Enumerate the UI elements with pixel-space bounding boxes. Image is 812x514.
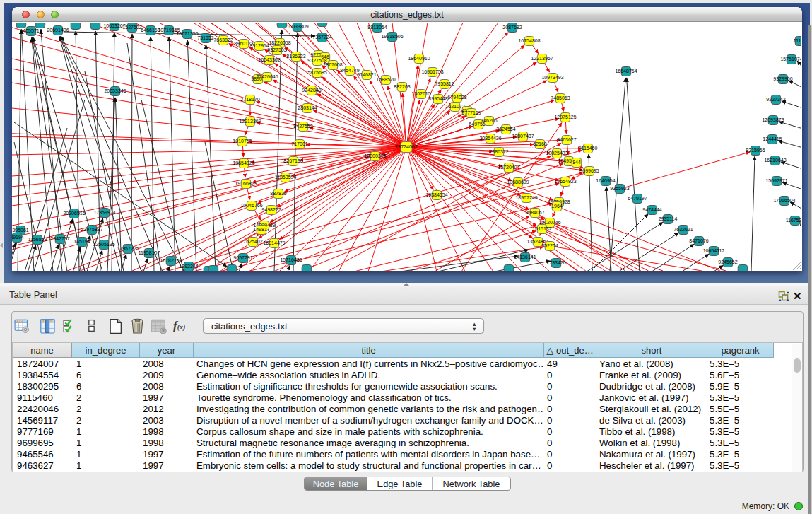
svg-text:9242848: 9242848 <box>302 88 321 93</box>
svg-text:19384554: 19384554 <box>425 192 447 197</box>
svg-text:19218506: 19218506 <box>381 34 403 39</box>
svg-text:9227342: 9227342 <box>766 97 785 102</box>
svg-text:751552: 751552 <box>197 35 213 40</box>
svg-text:2935114: 2935114 <box>659 216 678 221</box>
svg-text:12975125: 12975125 <box>554 115 576 119</box>
svg-text:8471676: 8471676 <box>689 238 708 243</box>
svg-text:10688609: 10688609 <box>507 180 529 185</box>
svg-text:19654923: 19654923 <box>554 179 576 184</box>
svg-text:7357224: 7357224 <box>312 35 331 40</box>
svg-text:15692971: 15692971 <box>765 178 787 183</box>
svg-text:18300295: 18300295 <box>364 153 386 158</box>
svg-text:7485063: 7485063 <box>551 95 570 100</box>
svg-text:9327503: 9327503 <box>267 47 286 52</box>
svg-text:9463627: 9463627 <box>557 137 576 142</box>
svg-text:16210643: 16210643 <box>764 158 786 163</box>
svg-text:1156819: 1156819 <box>28 237 47 242</box>
svg-text:9146821: 9146821 <box>357 72 376 77</box>
svg-text:10025433: 10025433 <box>546 151 567 156</box>
svg-text:15716485: 15716485 <box>280 257 302 262</box>
svg-text:9245652: 9245652 <box>718 259 737 264</box>
svg-text:12505135: 12505135 <box>93 242 114 247</box>
svg-text:14136141: 14136141 <box>514 255 536 259</box>
svg-text:7663822: 7663822 <box>213 37 233 42</box>
svg-text:9355923: 9355923 <box>610 186 629 191</box>
svg-text:2867608: 2867608 <box>323 62 342 67</box>
svg-text:10973493: 10973493 <box>541 75 563 80</box>
svg-text:6794028: 6794028 <box>447 95 466 100</box>
svg-text:18907249: 18907249 <box>515 195 537 200</box>
svg-text:2718170: 2718170 <box>240 97 259 102</box>
svg-text:9474444: 9474444 <box>642 207 661 212</box>
svg-text:887835: 887835 <box>270 191 286 196</box>
svg-text:1588520: 1588520 <box>376 77 395 82</box>
svg-text:844: 844 <box>572 160 581 165</box>
svg-text:8427552: 8427552 <box>293 124 312 129</box>
svg-text:1527602: 1527602 <box>122 25 141 30</box>
svg-text:9657791: 9657791 <box>233 255 252 260</box>
svg-text:1244415: 1244415 <box>763 136 782 141</box>
svg-text:149817: 149817 <box>253 227 269 232</box>
svg-text:11958107: 11958107 <box>139 250 160 255</box>
svg-text:22420046: 22420046 <box>256 74 278 79</box>
svg-text:8267130: 8267130 <box>283 158 302 163</box>
svg-text:8813054: 8813054 <box>367 25 387 30</box>
svg-text:7632621: 7632621 <box>673 227 693 232</box>
svg-text:9329966: 9329966 <box>773 76 792 81</box>
svg-text:12213967: 12213967 <box>531 56 553 61</box>
svg-text:16033809: 16033809 <box>286 24 308 29</box>
svg-text:746206: 746206 <box>481 118 497 123</box>
svg-text:11353594: 11353594 <box>275 175 297 180</box>
svg-text:12213369: 12213369 <box>239 119 261 124</box>
svg-text:17359924: 17359924 <box>93 210 115 215</box>
svg-text:1010755: 1010755 <box>233 139 252 144</box>
svg-text:8186323: 8186323 <box>286 54 305 59</box>
svg-text:1167533: 1167533 <box>786 218 801 223</box>
svg-text:15751074: 15751074 <box>780 57 801 62</box>
svg-text:20691406: 20691406 <box>47 28 69 33</box>
svg-text:18226058: 18226058 <box>269 40 290 45</box>
svg-text:1733426: 1733426 <box>546 260 565 265</box>
svg-text:16671355: 16671355 <box>176 31 198 36</box>
svg-text:7955812: 7955812 <box>435 81 454 86</box>
svg-text:12093873: 12093873 <box>762 117 784 122</box>
svg-text:145194: 145194 <box>73 239 90 244</box>
svg-text:19654925: 19654925 <box>233 160 254 165</box>
svg-text:8990448: 8990448 <box>428 96 447 101</box>
svg-text:1615132: 1615132 <box>532 226 551 231</box>
svg-text:717001: 717001 <box>291 141 307 146</box>
svg-text:252254: 252254 <box>541 243 558 248</box>
svg-text:9084067: 9084067 <box>525 210 544 215</box>
svg-text:20206516: 20206516 <box>63 211 85 216</box>
svg-text:39194: 39194 <box>12 235 24 240</box>
svg-text:882203: 882203 <box>394 84 410 89</box>
svg-text:7625402: 7625402 <box>243 239 262 244</box>
svg-text:16961758: 16961758 <box>421 69 443 74</box>
svg-text:23975887: 23975887 <box>81 227 102 232</box>
svg-text:2087682: 2087682 <box>502 25 522 30</box>
svg-text:8912954: 8912954 <box>249 43 269 48</box>
svg-text:1362615: 1362615 <box>411 91 430 96</box>
svg-text:16543362: 16543362 <box>258 57 280 62</box>
svg-text:17016504: 17016504 <box>773 198 795 203</box>
svg-text:1292344: 1292344 <box>179 264 198 269</box>
svg-text:14055712: 14055712 <box>20 28 42 33</box>
svg-text:18640910: 18640910 <box>408 56 430 61</box>
svg-text:5875685: 5875685 <box>307 70 326 75</box>
svg-text:10046766: 10046766 <box>240 203 262 208</box>
svg-text:16154808: 16154808 <box>518 38 540 43</box>
svg-text:7386372: 7386372 <box>489 149 508 154</box>
svg-text:16782759: 16782759 <box>160 258 182 263</box>
svg-text:17957225: 17957225 <box>117 246 139 251</box>
svg-text:6479197: 6479197 <box>628 196 647 201</box>
svg-text:8215955: 8215955 <box>746 148 765 153</box>
svg-text:2942737: 2942737 <box>50 236 69 241</box>
svg-text:9777169: 9777169 <box>461 110 481 115</box>
svg-text:19166829: 19166829 <box>235 181 257 186</box>
svg-text:9115460: 9115460 <box>579 146 598 151</box>
svg-text:9699695: 9699695 <box>579 168 599 173</box>
svg-text:62160: 62160 <box>533 141 547 146</box>
svg-text:15720407: 15720407 <box>498 165 519 170</box>
svg-text:395061: 395061 <box>12 228 28 233</box>
svg-text:10807487: 10807487 <box>512 134 534 139</box>
